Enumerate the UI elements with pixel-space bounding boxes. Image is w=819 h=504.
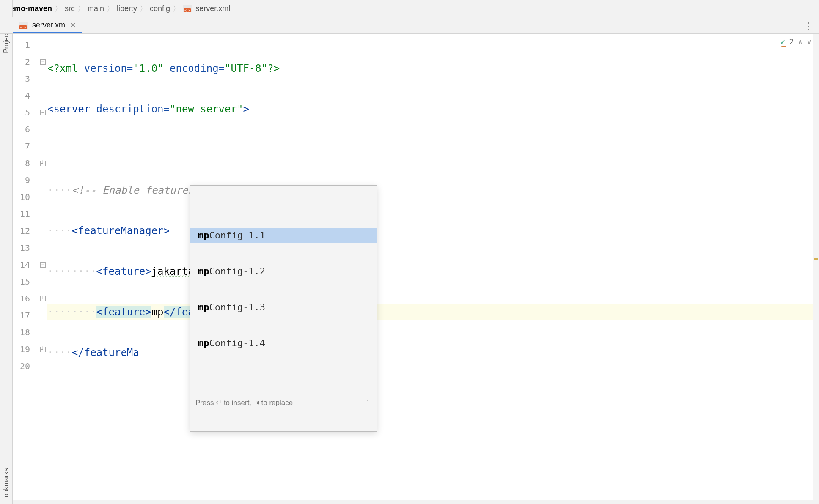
close-icon[interactable]: ✕ [70,21,76,29]
nav-down-icon[interactable]: ∨ [807,37,811,46]
line-number[interactable]: 1 [13,36,30,53]
autocomplete-item[interactable]: mpConfig-1.1 [190,228,377,243]
project-tool-label[interactable]: Project [3,32,10,53]
inspection-check-icon: ✔ [781,37,785,46]
breadcrumb-liberty[interactable]: liberty [117,4,137,13]
bookmarks-tool-label[interactable]: ookmarks [3,468,10,497]
autocomplete-hint: Press ↵ to insert, ⇥ to replace [195,398,293,407]
line-number[interactable]: 4 [13,87,30,104]
line-number[interactable]: 10 [13,189,30,205]
code-line: ····<featureManager> [47,222,819,239]
inspection-count: 2 [789,37,794,46]
xml-file-icon [183,5,192,12]
autocomplete-item[interactable]: mpConfig-1.2 [190,264,377,279]
autocomplete-popup: mpConfig-1.1 mpConfig-1.2 mpConfig-1.3 m… [190,185,377,432]
code-line [47,466,819,483]
line-number[interactable]: 20 [13,358,30,375]
inspection-widget[interactable]: ✔ 2 ∧ ∨ [781,37,811,46]
line-number[interactable]: 14 [13,256,30,273]
editor-area: 1 2 3 4 5 6 7 8 9 10 11 12 13 14 15 16 1… [13,34,819,500]
autocomplete-item[interactable]: mpConfig-2.0 [190,372,377,374]
fold-end-icon[interactable]: ┘ [40,296,46,301]
line-number[interactable]: 9 [13,172,30,189]
autocomplete-more-icon[interactable]: ⋮ [364,398,371,407]
breadcrumb-file[interactable]: server.xml [195,4,230,13]
editor-tab-bar: server.xml ✕ ⋮ [0,17,819,34]
line-gutter: 1 2 3 4 5 6 7 8 9 10 11 12 13 14 15 16 1… [13,34,38,500]
code-line: ····<!-- Enable features --> [47,182,819,199]
autocomplete-item[interactable]: mpConfig-1.3 [190,300,377,315]
fold-end-icon[interactable]: ┘ [40,347,46,352]
breadcrumb-main[interactable]: main [88,4,104,13]
line-number[interactable]: 15 [13,273,30,290]
scrollbar[interactable] [813,34,819,500]
line-number[interactable]: 2 [13,53,30,70]
sidebar-left: ▪ Project ookmarks [0,0,13,504]
chevron-right-icon: 〉 [77,3,85,14]
chevron-right-icon: 〉 [55,3,62,14]
autocomplete-item[interactable]: mpConfig-1.4 [190,336,377,351]
line-number[interactable]: 6 [13,121,30,138]
breadcrumb: demo-maven 〉 src 〉 main 〉 liberty 〉 conf… [0,0,819,17]
line-number[interactable]: 5 [13,104,30,121]
code-line [47,425,819,442]
code-line: ········<feature>jakartaee-9.1</feature> [47,263,819,280]
code-line [47,385,819,402]
nav-up-icon[interactable]: ∧ [798,37,803,46]
code-editor[interactable]: <?xml version="1.0" encoding="UTF-8"?> <… [47,34,819,500]
code-line-current: ········<feature>mp</feature> [47,304,819,320]
fold-toggle-icon[interactable]: − [40,262,46,268]
tab-server-xml[interactable]: server.xml ✕ [13,17,82,33]
scroll-marker [814,258,818,260]
fold-toggle-icon[interactable]: − [40,59,46,65]
line-number[interactable]: 13 [13,239,30,256]
line-number[interactable]: 8 [13,155,30,172]
chevron-right-icon: 〉 [107,3,114,14]
autocomplete-list: mpConfig-1.1 mpConfig-1.2 mpConfig-1.3 m… [190,207,377,374]
xml-file-icon [19,22,28,29]
line-number[interactable]: 7 [13,138,30,155]
line-number[interactable]: 17 [13,307,30,324]
fold-toggle-icon[interactable]: − [40,110,46,115]
chevron-right-icon: 〉 [140,3,147,14]
breadcrumb-config[interactable]: config [150,4,170,13]
line-number[interactable]: 16 [13,290,30,307]
code-line: <?xml version="1.0" encoding="UTF-8"?> [47,60,819,77]
code-line: <server description="new server"> [47,101,819,118]
line-number[interactable]: 18 [13,324,30,341]
tab-label: server.xml [32,21,67,30]
code-line: ····</featureMa [47,344,819,361]
code-line [47,141,819,158]
fold-gutter: − − ┘ − ┘ ┘ [38,34,47,500]
line-number[interactable]: 3 [13,70,30,87]
fold-end-icon[interactable]: ┘ [40,161,46,166]
line-number[interactable]: 12 [13,222,30,239]
line-number[interactable]: 19 [13,341,30,358]
autocomplete-footer: Press ↵ to insert, ⇥ to replace ⋮ [190,395,377,410]
line-number[interactable]: 11 [13,205,30,222]
chevron-right-icon: 〉 [173,3,180,14]
tab-overflow-icon[interactable]: ⋮ [804,21,813,32]
breadcrumb-src[interactable]: src [65,4,75,13]
